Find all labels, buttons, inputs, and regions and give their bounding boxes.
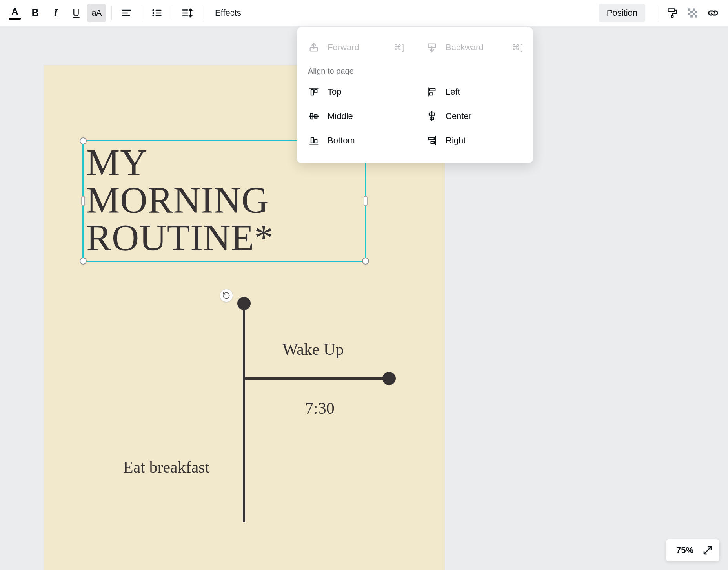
underline-button[interactable]: U xyxy=(67,4,86,22)
svg-rect-21 xyxy=(695,15,697,17)
toolbar-separator xyxy=(111,6,112,20)
list-button[interactable] xyxy=(147,4,166,22)
transparency-button[interactable] xyxy=(683,4,702,22)
toolbar-separator xyxy=(202,6,202,20)
spacing-button[interactable] xyxy=(178,4,197,22)
svg-rect-15 xyxy=(693,8,695,11)
rotate-icon xyxy=(222,292,230,300)
svg-rect-17 xyxy=(695,11,697,13)
menu-forward-shortcut: ⌘] xyxy=(394,43,404,52)
effects-label: Effects xyxy=(215,8,241,18)
transparency-icon xyxy=(687,7,698,18)
fullscreen-icon[interactable] xyxy=(703,546,712,555)
copy-style-button[interactable] xyxy=(663,4,682,22)
timeline-graphic[interactable] xyxy=(243,297,400,532)
menu-align-top[interactable]: Top xyxy=(297,80,415,104)
svg-point-5 xyxy=(152,15,154,16)
svg-rect-41 xyxy=(431,141,434,144)
menu-align-right-label: Right xyxy=(446,135,466,146)
case-button[interactable]: aA xyxy=(87,4,106,22)
align-middle-icon xyxy=(308,111,320,122)
menu-forward: Forward ⌘] xyxy=(297,35,415,60)
menu-align-center[interactable]: Center xyxy=(415,104,533,128)
effects-button[interactable]: Effects xyxy=(208,4,248,22)
menu-align-left-label: Left xyxy=(446,87,460,97)
position-dropdown: Forward ⌘] Backward ⌘[ Align to page Top xyxy=(297,27,533,163)
underline-icon: U xyxy=(73,7,79,18)
svg-rect-20 xyxy=(690,15,693,17)
toolbar-separator xyxy=(172,6,172,20)
svg-rect-28 xyxy=(430,89,435,91)
text-align-icon xyxy=(121,7,132,18)
top-toolbar: A B I U aA xyxy=(0,0,728,26)
svg-rect-26 xyxy=(315,90,317,93)
align-left-icon xyxy=(426,86,438,97)
svg-rect-19 xyxy=(693,13,695,15)
svg-rect-12 xyxy=(668,9,675,11)
svg-rect-16 xyxy=(690,11,693,13)
menu-backward-label: Backward xyxy=(446,42,484,53)
menu-align-right[interactable]: Right xyxy=(415,128,533,153)
menu-backward: Backward ⌘[ xyxy=(415,35,533,60)
send-backward-icon xyxy=(426,42,438,53)
align-center-icon xyxy=(426,111,438,122)
svg-rect-13 xyxy=(672,15,673,17)
breakfast-label[interactable]: Eat breakfast xyxy=(123,458,209,477)
menu-align-middle-label: Middle xyxy=(328,111,353,121)
svg-rect-25 xyxy=(311,90,313,95)
text-align-button[interactable] xyxy=(117,4,136,22)
align-right-icon xyxy=(426,135,438,146)
link-button[interactable] xyxy=(704,4,723,22)
svg-rect-38 xyxy=(315,140,317,143)
menu-align-left[interactable]: Left xyxy=(415,80,533,104)
menu-align-bottom-label: Bottom xyxy=(328,135,355,146)
toolbar-separator xyxy=(657,6,657,20)
svg-rect-29 xyxy=(430,93,433,95)
paint-roller-icon xyxy=(667,7,678,18)
menu-backward-shortcut: ⌘[ xyxy=(512,43,522,52)
svg-point-3 xyxy=(152,9,154,11)
spacing-icon xyxy=(181,7,193,19)
position-label: Position xyxy=(607,8,637,18)
link-icon xyxy=(707,7,719,19)
rotate-handle[interactable] xyxy=(220,289,233,302)
align-top-icon xyxy=(308,86,320,97)
text-color-button[interactable]: A xyxy=(5,4,24,22)
bold-button[interactable]: B xyxy=(26,4,45,22)
svg-rect-37 xyxy=(311,137,313,143)
text-color-icon: A xyxy=(9,6,21,20)
italic-button[interactable]: I xyxy=(46,4,65,22)
bring-forward-icon xyxy=(308,42,320,53)
svg-rect-40 xyxy=(429,137,434,140)
menu-align-top-label: Top xyxy=(328,87,341,97)
svg-point-4 xyxy=(152,12,154,14)
svg-rect-18 xyxy=(688,13,690,15)
menu-forward-label: Forward xyxy=(328,42,359,53)
bold-icon: B xyxy=(32,7,39,19)
menu-align-bottom[interactable]: Bottom xyxy=(297,128,415,153)
zoom-value: 75% xyxy=(676,545,693,555)
align-bottom-icon xyxy=(308,135,320,146)
italic-icon: I xyxy=(54,7,58,19)
list-icon xyxy=(151,7,162,18)
case-icon: aA xyxy=(92,8,102,18)
position-button[interactable]: Position xyxy=(599,4,645,22)
svg-rect-14 xyxy=(688,8,690,11)
toolbar-separator xyxy=(142,6,142,20)
align-section-label: Align to page xyxy=(297,60,533,80)
zoom-control[interactable]: 75% xyxy=(666,539,719,561)
menu-align-middle[interactable]: Middle xyxy=(297,104,415,128)
menu-align-center-label: Center xyxy=(446,111,471,121)
